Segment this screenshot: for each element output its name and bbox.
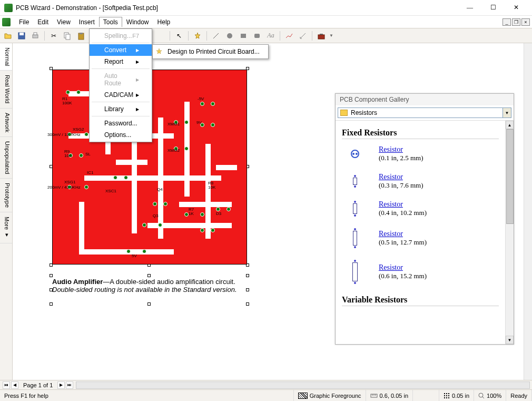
gallery-item[interactable]: Resistor (0.1 in, 2.5 mm) bbox=[342, 145, 499, 162]
sel-handle[interactable] bbox=[50, 302, 53, 306]
open-button[interactable] bbox=[2, 30, 14, 42]
zoom-icon bbox=[478, 393, 485, 399]
gallery-item[interactable]: Resistor (0.6 in, 15.2 mm) bbox=[342, 259, 499, 285]
scroll-down-icon[interactable]: ▼ bbox=[506, 336, 514, 344]
measure-button[interactable] bbox=[297, 30, 309, 42]
gallery-item[interactable]: Resistor (0.4 in, 10.2 mm) bbox=[342, 200, 499, 217]
tools-dropdown: Spelling... F7 Convert▶ Report▶ Auto Rou… bbox=[89, 28, 152, 142]
mdi-minimize[interactable]: _ bbox=[503, 18, 511, 26]
caption[interactable]: Audio Amplifier—A double-sided audio amp… bbox=[52, 278, 237, 294]
chart-button[interactable] bbox=[283, 30, 295, 42]
main-scrollbar[interactable] bbox=[524, 43, 532, 380]
status-coords[interactable]: 0.6, 0.05 in bbox=[366, 390, 413, 401]
rect-button[interactable] bbox=[238, 30, 249, 42]
tab-real-world[interactable]: Real World bbox=[0, 71, 12, 108]
dd-cadcam[interactable]: CAD/CAM▶ bbox=[90, 89, 152, 101]
workspace: Normal Real World Artwork Unpopulated Pr… bbox=[0, 43, 532, 380]
svg-point-9 bbox=[227, 33, 232, 38]
gallery-scrollbar[interactable]: ▲ ▼ bbox=[505, 121, 514, 344]
tab-unpopulated[interactable]: Unpopulated bbox=[0, 137, 12, 179]
status-ready: Ready bbox=[506, 390, 532, 401]
copy-button[interactable] bbox=[62, 30, 73, 42]
circle-button[interactable] bbox=[224, 30, 235, 42]
svg-rect-13 bbox=[320, 34, 323, 35]
dd-options[interactable]: Options... bbox=[90, 129, 152, 141]
status-zoom[interactable]: 100% bbox=[474, 390, 506, 401]
text-button[interactable]: Aa bbox=[265, 30, 277, 42]
close-button[interactable]: ✕ bbox=[505, 1, 528, 15]
resistor-icon bbox=[342, 149, 368, 159]
gallery-item[interactable]: Resistor (0.5 in, 12.7 mm) bbox=[342, 228, 499, 249]
tab-prototype[interactable]: Prototype bbox=[0, 179, 12, 212]
svg-point-16 bbox=[356, 153, 358, 155]
label-xsg2v: 300mV / 18.7KHz bbox=[47, 132, 81, 137]
dd-convert[interactable]: Convert▶ bbox=[90, 44, 152, 56]
app-menu-icon[interactable] bbox=[2, 18, 11, 26]
dd-library[interactable]: Library▶ bbox=[90, 103, 152, 115]
paste-button[interactable] bbox=[75, 30, 87, 42]
menu-insert[interactable]: Insert bbox=[75, 17, 99, 27]
gallery-close-icon[interactable] bbox=[502, 96, 509, 103]
status-grid[interactable]: 0.05 in bbox=[439, 390, 474, 401]
nav-next[interactable]: ▶ bbox=[57, 382, 65, 389]
sel-handle[interactable] bbox=[246, 274, 249, 277]
tab-artwork[interactable]: Artwork bbox=[0, 109, 12, 137]
sel-handle[interactable] bbox=[50, 274, 53, 277]
mdi-restore[interactable]: ❐ bbox=[512, 18, 520, 26]
pointer-button[interactable]: ↖ bbox=[173, 30, 185, 42]
print-button[interactable] bbox=[29, 30, 41, 42]
menu-help[interactable]: Help bbox=[153, 17, 175, 27]
gallery-category-dropdown[interactable]: Resistors bbox=[338, 107, 503, 118]
sel-handle[interactable] bbox=[246, 302, 249, 306]
wizard-icon bbox=[155, 47, 163, 56]
svg-line-8 bbox=[213, 33, 219, 38]
gallery-titlebar[interactable]: PCB Component Gallery bbox=[336, 94, 514, 105]
sel-handle[interactable] bbox=[246, 288, 249, 291]
gallery-item[interactable]: Resistor (0.3 in, 7.6 mm) bbox=[342, 173, 499, 190]
nav-prev[interactable]: ◀ bbox=[11, 382, 18, 389]
nav-first[interactable]: ⏮ bbox=[3, 382, 10, 389]
dd-password[interactable]: Password... bbox=[90, 118, 152, 129]
gallery-title-text: PCB Component Gallery bbox=[340, 96, 409, 103]
menu-view[interactable]: View bbox=[53, 17, 75, 27]
dd-report[interactable]: Report▶ bbox=[90, 56, 152, 67]
gallery-panel: PCB Component Gallery Resistors ▼ Fixed … bbox=[335, 93, 514, 345]
app-icon bbox=[4, 4, 13, 12]
hatch-icon bbox=[298, 393, 308, 399]
label-r9v: 10K bbox=[64, 153, 72, 158]
menu-file[interactable]: File bbox=[15, 17, 33, 27]
label-xmm1: XMM1 bbox=[168, 122, 180, 126]
svg-rect-7 bbox=[80, 33, 83, 34]
cut-button[interactable]: ✂ bbox=[48, 30, 60, 42]
sel-handle[interactable] bbox=[147, 274, 151, 277]
wizard-button[interactable] bbox=[192, 30, 203, 42]
maximize-button[interactable]: ☐ bbox=[481, 1, 505, 15]
dropdown-arrow-icon[interactable]: ▼ bbox=[503, 107, 511, 118]
scroll-thumb[interactable] bbox=[506, 129, 514, 224]
sel-handle[interactable] bbox=[147, 302, 151, 306]
roundrect-button[interactable] bbox=[251, 30, 263, 42]
menu-window[interactable]: Window bbox=[122, 17, 153, 27]
hscrollbar[interactable] bbox=[76, 382, 530, 389]
toolbox-button[interactable] bbox=[316, 30, 327, 42]
svg-rect-1 bbox=[19, 33, 24, 35]
resistor-icon bbox=[342, 228, 368, 249]
save-button[interactable] bbox=[16, 30, 27, 42]
tab-more[interactable]: More ▾ bbox=[0, 212, 12, 243]
label-p9v: 9V bbox=[196, 120, 202, 125]
scroll-up-icon[interactable]: ▲ bbox=[506, 121, 514, 129]
line-button[interactable] bbox=[210, 30, 222, 42]
menu-edit[interactable]: Edit bbox=[33, 17, 53, 27]
convert-submenu: Design to Printed Circuit Board... bbox=[152, 44, 269, 59]
nav-last[interactable]: ⏭ bbox=[66, 382, 73, 389]
status-layer[interactable]: Graphic Foregrounc bbox=[294, 390, 366, 401]
menu-tools[interactable]: Tools bbox=[99, 17, 122, 27]
svg-line-22 bbox=[482, 397, 484, 398]
sub-design-to-pcb[interactable]: Design to Printed Circuit Board... bbox=[153, 46, 268, 57]
label-xsc1: XSC1 bbox=[105, 189, 116, 193]
minimize-button[interactable]: — bbox=[458, 1, 481, 15]
label-m5v: -5V bbox=[198, 96, 204, 101]
mdi-close[interactable]: × bbox=[521, 18, 530, 26]
svg-rect-2 bbox=[33, 35, 38, 38]
tab-normal[interactable]: Normal bbox=[0, 43, 12, 71]
